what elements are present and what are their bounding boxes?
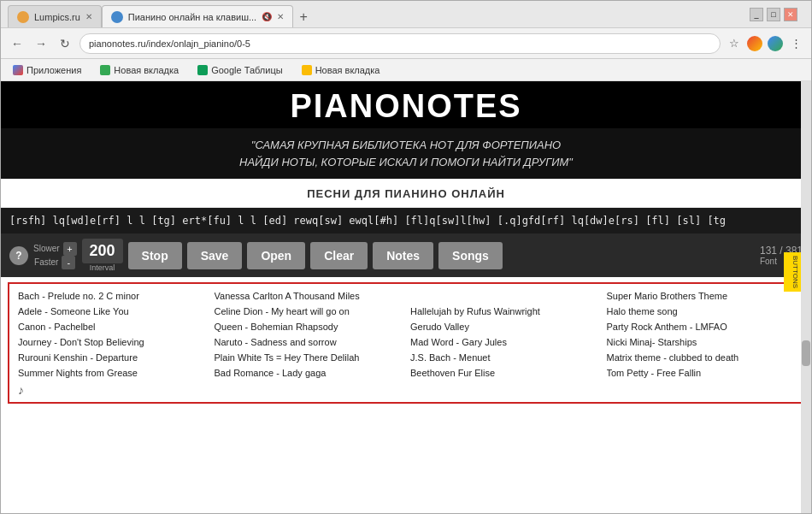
song-item-5-0[interactable]: Summer Nights from Grease xyxy=(18,366,206,380)
tab-pianonotes[interactable]: Пианино онлайн на клавиш... 🔇 ✕ xyxy=(102,5,293,27)
menu-icon[interactable]: ⋮ xyxy=(787,35,804,52)
song-item-4-1[interactable]: Plain White Ts = Hey There Delilah xyxy=(215,351,403,364)
tab-close-2[interactable]: ✕ xyxy=(277,12,284,21)
tagline-line1: "САМАЯ КРУПНАЯ БИБЛИОТЕКА НОТ ДЛЯ ФОРТЕП… xyxy=(18,137,794,154)
speed-group: Slower + Faster - xyxy=(33,242,77,269)
slower-plus-button[interactable]: + xyxy=(63,242,77,256)
close-button[interactable]: ✕ xyxy=(784,8,797,21)
song-item-0-2[interactable] xyxy=(410,289,598,303)
site-logo: PIANONOTES xyxy=(1,88,811,125)
tab-muted-icon[interactable]: 🔇 xyxy=(262,12,272,21)
clear-button[interactable]: Clear xyxy=(310,242,368,269)
song-item-1-0[interactable]: Adele - Someone Like You xyxy=(18,304,206,318)
song-item-0-3[interactable]: Super Mario Brothers Theme xyxy=(607,289,795,303)
browser-window: Lumpics.ru ✕ Пианино онлайн на клавиш...… xyxy=(0,0,812,514)
sheets-icon xyxy=(197,65,208,75)
tagline-section: "САМАЯ КРУПНАЯ БИБЛИОТЕКА НОТ ДЛЯ ФОРТЕП… xyxy=(1,128,811,179)
extension-icon[interactable] xyxy=(767,35,784,52)
maximize-button[interactable]: □ xyxy=(767,8,780,21)
section-title: ПЕСНИ ДЛЯ ПИАНИНО ОНЛАЙН xyxy=(1,179,811,208)
song-item-4-2[interactable]: J.S. Bach - Menuet xyxy=(410,351,598,364)
bookmark-new2-label: Новая вкладка xyxy=(315,65,380,75)
scrollbar[interactable] xyxy=(801,81,811,513)
slower-row: Slower + xyxy=(33,242,77,256)
refresh-button[interactable]: ↻ xyxy=(56,34,74,53)
songs-list: Bach - Prelude no. 2 C minor Vanessa Car… xyxy=(8,282,804,404)
tagline-line2: НАЙДИ НОТЫ, КОТОРЫЕ ИСКАЛ И ПОМОГИ НАЙТИ… xyxy=(18,154,794,171)
minimize-button[interactable]: _ xyxy=(750,8,763,21)
forward-button[interactable]: → xyxy=(32,34,50,53)
piano-roll-text: [rsfh] lq[wd]e[rf] l l [tg] ert*[fu] l l… xyxy=(9,215,726,227)
song-item-2-0[interactable]: Canon - Pachelbel xyxy=(18,320,206,334)
side-banner: BUTTONS xyxy=(784,252,801,292)
back-button[interactable]: ← xyxy=(8,34,26,53)
music-note-icon: ♪ xyxy=(18,383,794,397)
song-item-2-2[interactable]: Gerudo Valley xyxy=(410,320,598,334)
interval-value: 200 xyxy=(82,239,123,263)
notes-button[interactable]: Notes xyxy=(373,242,433,269)
title-bar: Lumpics.ru ✕ Пианино онлайн на клавиш...… xyxy=(1,1,811,28)
slower-label: Slower xyxy=(33,244,60,253)
song-item-3-3[interactable]: Nicki Minaj- Starships xyxy=(607,335,795,349)
save-button[interactable]: Save xyxy=(187,242,243,269)
song-item-5-2[interactable]: Beethoven Fur Elise xyxy=(410,366,598,380)
tab-favicon-2 xyxy=(111,11,123,23)
song-item-2-3[interactable]: Party Rock Anthem - LMFAO xyxy=(607,320,795,334)
bookmark-new-label: Новая вкладка xyxy=(114,65,179,75)
song-item-4-0[interactable]: Rurouni Kenshin - Departure xyxy=(18,351,206,364)
bookmark-sheets-label: Google Таблицы xyxy=(211,65,282,75)
song-item-1-2[interactable]: Hallelujah by Rufus Wainwright xyxy=(410,304,598,318)
interval-group: 200 Interval xyxy=(82,239,123,272)
tab-favicon-1 xyxy=(17,11,29,23)
profile-icon[interactable] xyxy=(746,35,763,52)
tab-label-2: Пианино онлайн на клавиш... xyxy=(128,12,256,22)
open-button[interactable]: Open xyxy=(247,242,305,269)
song-item-0-1[interactable]: Vanessa Carlton A Thousand Miles xyxy=(215,289,403,303)
window-controls: _ □ ✕ xyxy=(750,8,797,21)
tab-lumpics[interactable]: Lumpics.ru ✕ xyxy=(8,5,102,27)
bookmark-star-icon[interactable]: ☆ xyxy=(726,35,743,52)
address-input[interactable] xyxy=(79,33,721,54)
toolbar-icons: ☆ ⋮ xyxy=(726,35,804,52)
songs-grid: Bach - Prelude no. 2 C minor Vanessa Car… xyxy=(18,289,794,380)
tabs-bar: Lumpics.ru ✕ Пианино онлайн на клавиш...… xyxy=(8,1,750,27)
bookmark-new-tab[interactable]: Новая вкладка xyxy=(95,63,184,77)
song-item-2-1[interactable]: Queen - Bohemian Rhapsody xyxy=(215,320,403,334)
stop-button[interactable]: Stop xyxy=(128,242,182,269)
piano-roll: [rsfh] lq[wd]e[rf] l l [tg] ert*[fu] l l… xyxy=(1,208,811,233)
tab-close-1[interactable]: ✕ xyxy=(85,12,92,21)
site-header: PIANONOTES xyxy=(1,81,811,128)
song-item-5-1[interactable]: Bad Romance - Lady gaga xyxy=(215,366,403,380)
song-item-4-3[interactable]: Matrix theme - clubbed to death xyxy=(607,351,795,364)
song-item-3-1[interactable]: Naruto - Sadness and sorrow xyxy=(215,335,403,349)
apps-icon xyxy=(13,65,23,75)
bookmarks-bar: Приложения Новая вкладка Google Таблицы … xyxy=(1,59,811,81)
address-bar: ← → ↻ ☆ ⋮ xyxy=(1,28,811,59)
bookmark-new-tab2[interactable]: Новая вкладка xyxy=(297,63,385,77)
new-tab-icon xyxy=(100,65,110,75)
faster-minus-button[interactable]: - xyxy=(62,256,75,269)
bookmark-apps-label: Приложения xyxy=(26,65,81,75)
tab-label-1: Lumpics.ru xyxy=(34,12,80,22)
page-content: PIANONOTES "САМАЯ КРУПНАЯ БИБЛИОТЕКА НОТ… xyxy=(1,81,811,513)
song-item-1-1[interactable]: Celine Dion - My heart will go on xyxy=(215,304,403,318)
scrollbar-thumb[interactable] xyxy=(802,340,810,366)
songs-button[interactable]: Songs xyxy=(438,242,503,269)
interval-label: Interval xyxy=(90,263,115,272)
song-item-5-3[interactable]: Tom Petty - Free Fallin xyxy=(607,366,795,380)
bookmark-apps[interactable]: Приложения xyxy=(8,63,86,77)
controls-bar: ? Slower + Faster - 200 Interval Stop Sa… xyxy=(1,233,811,277)
new-tab2-icon xyxy=(302,65,312,75)
help-button[interactable]: ? xyxy=(9,246,28,265)
bookmark-sheets[interactable]: Google Таблицы xyxy=(192,63,287,77)
song-item-3-0[interactable]: Journey - Don't Stop Believing xyxy=(18,335,206,349)
new-tab-button[interactable]: + xyxy=(293,7,314,27)
song-item-3-2[interactable]: Mad Word - Gary Jules xyxy=(410,335,598,349)
faster-label: Faster xyxy=(34,257,58,267)
song-item-1-3[interactable]: Halo theme song xyxy=(607,304,795,318)
faster-row: Faster - xyxy=(34,256,75,269)
song-item-0-0[interactable]: Bach - Prelude no. 2 C minor xyxy=(18,289,206,303)
